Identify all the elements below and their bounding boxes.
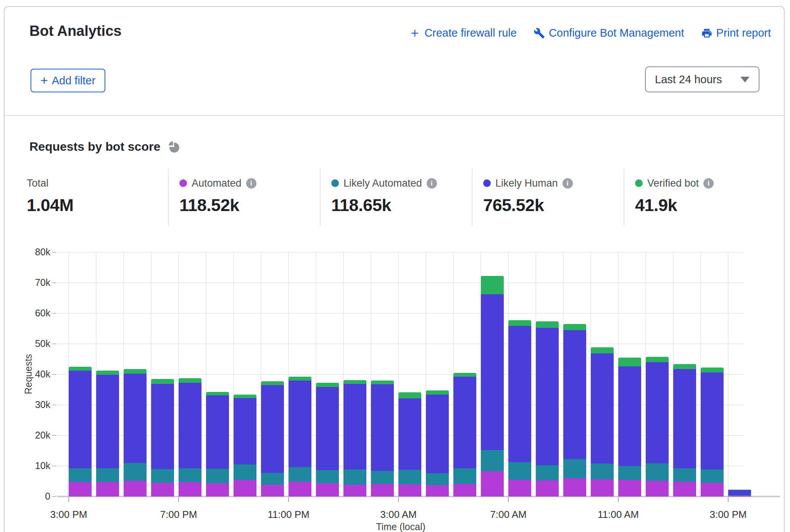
y-tick-label: 60k [16,308,50,319]
likely-automated-segment [289,467,311,482]
likely-human-segment [371,384,394,471]
verified-bot-segment [618,358,641,366]
x-tick-label: 7:00 PM [144,509,213,521]
bar-8-00-am-17[interactable] [536,321,559,497]
likely-human-segment [234,398,256,464]
automated-segment [316,483,339,497]
automated-segment [536,480,559,497]
bar-1-00-am-10[interactable] [343,380,366,497]
bar-3-00-am-12[interactable] [398,392,421,497]
likely-human-segment [481,294,504,450]
bar-4-00-am-13[interactable] [426,390,449,497]
likely-human-segment [96,375,119,468]
automated-segment [508,480,531,497]
bar-6-00-pm-3[interactable] [151,379,174,497]
likely-human-segment [673,369,696,468]
y-tick-label: 50k [16,338,50,349]
bar-1-00-pm-22[interactable] [673,364,696,497]
bar-10-00-pm-7[interactable] [261,381,284,497]
automated-segment [234,480,256,497]
automated-segment [398,484,421,497]
x-tick-label: 11:00 PM [254,509,323,521]
automated-segment [124,481,147,497]
verified-bot-segment [234,395,256,398]
automated-segment [426,485,449,497]
likely-human-segment [151,384,174,469]
x-tick-mark [728,497,729,502]
x-axis-title: Time (local) [343,521,458,532]
y-tick-mark [52,435,56,436]
bar-2-00-am-11[interactable] [371,380,394,497]
x-tick-mark [68,497,69,502]
verified-bot-segment [481,276,504,295]
automated-segment [343,485,366,497]
verified-bot-segment [646,357,669,362]
automated-segment [453,484,476,497]
bar-10-00-am-19[interactable] [591,347,614,497]
likely-automated-segment [151,469,174,483]
bar-3-00-pm-24[interactable] [728,490,751,497]
verified-bot-segment [426,390,449,394]
verified-bot-segment [701,368,724,373]
likely-automated-segment [234,464,256,480]
verified-bot-segment [124,369,147,374]
bar-7-00-pm-4[interactable] [179,378,202,497]
bar-6-00-am-15[interactable] [481,276,504,497]
bar-4-00-pm-1[interactable] [96,371,119,497]
verified-bot-segment [69,367,92,371]
y-tick-mark [52,282,56,283]
likely-human-segment [179,383,202,468]
x-tick-mark [288,497,289,502]
automated-segment [206,483,229,497]
verified-bot-segment [536,321,559,328]
bar-9-00-pm-6[interactable] [234,395,256,497]
bar-9-00-am-18[interactable] [563,324,586,497]
y-tick-label: 40k [16,369,50,380]
bar-5-00-am-14[interactable] [453,373,476,497]
x-tick-label: 7:00 AM [474,509,543,521]
bar-7-00-am-16[interactable] [508,320,531,497]
y-gridline [57,374,744,375]
bar-8-00-pm-5[interactable] [206,392,229,497]
likely-automated-segment [481,450,504,472]
likely-human-segment [124,374,147,463]
y-tick-label: 0 [16,491,50,502]
likely-automated-segment [179,468,202,482]
likely-human-segment [728,490,751,495]
y-tick-mark [52,466,56,466]
y-tick-label: 80k [16,247,50,258]
x-tick-mark [178,497,179,502]
likely-automated-segment [563,459,586,478]
y-gridline [57,313,744,314]
likely-human-segment [618,366,641,466]
bar-12-00-pm-21[interactable] [646,357,669,497]
automated-segment [69,482,92,497]
likely-human-segment [591,353,614,464]
verified-bot-segment [96,371,119,374]
automated-segment [591,479,614,497]
y-tick-label: 30k [16,399,50,410]
likely-automated-segment [426,473,449,485]
bar-2-00-pm-23[interactable] [701,368,724,497]
likely-automated-segment [316,470,339,483]
automated-segment [728,496,751,497]
verified-bot-segment [453,373,476,377]
bar-5-00-pm-2[interactable] [124,369,147,497]
bar-12-00-am-9[interactable] [316,383,339,497]
x-tick-label: 11:00 AM [584,509,653,521]
likely-automated-segment [261,473,284,485]
automated-segment [371,484,394,497]
x-tick-label: 3:00 PM [34,509,103,521]
y-tick-mark [52,374,56,375]
verified-bot-segment [343,380,366,384]
bar-11-00-pm-8[interactable] [289,377,311,497]
bar-3-00-pm-0[interactable] [69,367,92,497]
likely-automated-segment [646,463,669,481]
verified-bot-segment [289,377,311,380]
bar-11-00-am-20[interactable] [618,358,641,497]
automated-segment [481,471,504,497]
automated-segment [618,480,641,497]
verified-bot-segment [316,383,339,387]
verified-bot-segment [151,379,174,384]
verified-bot-segment [591,347,614,353]
